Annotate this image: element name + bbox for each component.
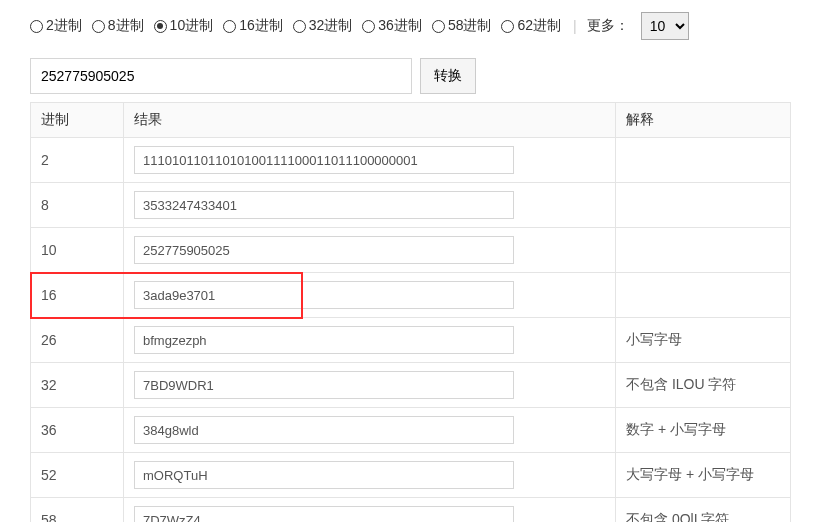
cell-base: 8 <box>31 183 124 228</box>
number-input[interactable] <box>30 58 412 94</box>
header-explain: 解释 <box>616 103 791 138</box>
results-table: 进制 结果 解释 28101626小写字母32不包含 ILOU 字符36数字 +… <box>30 102 791 522</box>
cell-base: 32 <box>31 363 124 408</box>
cell-result <box>124 273 616 318</box>
table-row: 8 <box>31 183 791 228</box>
table-row: 36数字 + 小写字母 <box>31 408 791 453</box>
table-row: 26小写字母 <box>31 318 791 363</box>
result-input[interactable] <box>134 506 514 522</box>
input-row: 转换 <box>30 58 791 94</box>
cell-result <box>124 318 616 363</box>
cell-base: 10 <box>31 228 124 273</box>
radio-8[interactable]: 8进制 <box>92 17 144 35</box>
more-label: 更多： <box>587 17 629 35</box>
header-result: 结果 <box>124 103 616 138</box>
cell-result <box>124 498 616 523</box>
radio-label: 16进制 <box>239 17 283 35</box>
radio-label: 2进制 <box>46 17 82 35</box>
cell-explain <box>616 183 791 228</box>
more-select[interactable]: 10 <box>641 12 689 40</box>
radio-2[interactable]: 2进制 <box>30 17 82 35</box>
results-table-wrap: 进制 结果 解释 28101626小写字母32不包含 ILOU 字符36数字 +… <box>30 102 791 522</box>
cell-explain: 大写字母 + 小写字母 <box>616 453 791 498</box>
convert-button[interactable]: 转换 <box>420 58 476 94</box>
cell-explain <box>616 228 791 273</box>
radio-16[interactable]: 16进制 <box>223 17 283 35</box>
cell-explain <box>616 273 791 318</box>
cell-result <box>124 408 616 453</box>
radio-10[interactable]: 10进制 <box>154 17 214 35</box>
cell-base: 36 <box>31 408 124 453</box>
cell-explain: 不包含 ILOU 字符 <box>616 363 791 408</box>
table-row: 52大写字母 + 小写字母 <box>31 453 791 498</box>
table-row: 16 <box>31 273 791 318</box>
table-row: 2 <box>31 138 791 183</box>
radio-36[interactable]: 36进制 <box>362 17 422 35</box>
table-row: 32不包含 ILOU 字符 <box>31 363 791 408</box>
cell-explain: 数字 + 小写字母 <box>616 408 791 453</box>
cell-base: 2 <box>31 138 124 183</box>
radio-icon <box>223 20 236 33</box>
cell-result <box>124 228 616 273</box>
cell-explain: 不包含 0OlI 字符 <box>616 498 791 523</box>
radio-label: 36进制 <box>378 17 422 35</box>
cell-explain <box>616 138 791 183</box>
radio-label: 58进制 <box>448 17 492 35</box>
cell-base: 58 <box>31 498 124 523</box>
table-row: 10 <box>31 228 791 273</box>
base-radio-row: 2进制8进制10进制16进制32进制36进制58进制62进制|更多：10 <box>30 12 791 40</box>
result-input[interactable] <box>134 326 514 354</box>
result-input[interactable] <box>134 236 514 264</box>
result-input[interactable] <box>134 191 514 219</box>
radio-icon <box>154 20 167 33</box>
radio-icon <box>92 20 105 33</box>
result-input[interactable] <box>134 281 514 309</box>
cell-base: 26 <box>31 318 124 363</box>
radio-label: 62进制 <box>517 17 561 35</box>
radio-icon <box>362 20 375 33</box>
radio-58[interactable]: 58进制 <box>432 17 492 35</box>
radio-label: 32进制 <box>309 17 353 35</box>
result-input[interactable] <box>134 416 514 444</box>
header-base: 进制 <box>31 103 124 138</box>
more-separator: | <box>573 18 577 34</box>
radio-62[interactable]: 62进制 <box>501 17 561 35</box>
result-input[interactable] <box>134 371 514 399</box>
radio-label: 8进制 <box>108 17 144 35</box>
radio-icon <box>432 20 445 33</box>
result-input[interactable] <box>134 461 514 489</box>
result-input[interactable] <box>134 146 514 174</box>
cell-base: 52 <box>31 453 124 498</box>
radio-icon <box>30 20 43 33</box>
cell-result <box>124 138 616 183</box>
cell-explain: 小写字母 <box>616 318 791 363</box>
cell-base: 16 <box>31 273 124 318</box>
radio-icon <box>501 20 514 33</box>
table-row: 58不包含 0OlI 字符 <box>31 498 791 523</box>
cell-result <box>124 453 616 498</box>
cell-result <box>124 363 616 408</box>
radio-icon <box>293 20 306 33</box>
radio-label: 10进制 <box>170 17 214 35</box>
cell-result <box>124 183 616 228</box>
radio-32[interactable]: 32进制 <box>293 17 353 35</box>
